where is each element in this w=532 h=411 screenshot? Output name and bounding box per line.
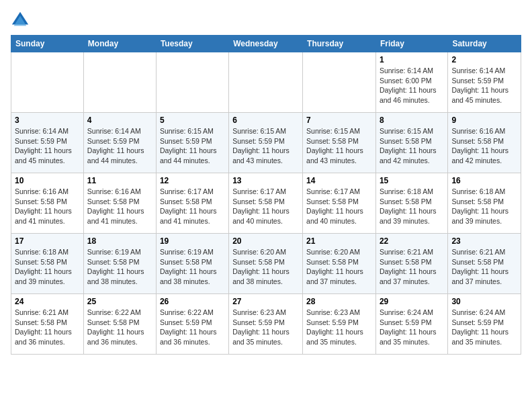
calendar-header-row: SundayMondayTuesdayWednesdayThursdayFrid… bbox=[11, 36, 521, 52]
day-number: 25 bbox=[87, 297, 152, 306]
page-header bbox=[11, 11, 521, 30]
day-number: 11 bbox=[87, 176, 152, 185]
day-info: Sunrise: 6:19 AMSunset: 5:58 PMDaylight:… bbox=[160, 247, 225, 287]
day-number: 23 bbox=[451, 236, 517, 246]
day-number: 30 bbox=[451, 297, 517, 306]
calendar-cell: 24Sunrise: 6:21 AMSunset: 5:58 PMDayligh… bbox=[11, 294, 84, 355]
day-number: 4 bbox=[87, 116, 152, 125]
day-number: 10 bbox=[15, 176, 80, 185]
day-info: Sunrise: 6:21 AMSunset: 5:58 PMDaylight:… bbox=[15, 308, 80, 347]
day-info: Sunrise: 6:15 AMSunset: 5:58 PMDaylight:… bbox=[380, 126, 444, 166]
day-number: 12 bbox=[160, 176, 225, 185]
day-number: 28 bbox=[306, 297, 372, 306]
day-number: 9 bbox=[451, 116, 517, 125]
day-number: 19 bbox=[160, 236, 225, 246]
calendar-cell: 5Sunrise: 6:15 AMSunset: 5:59 PMDaylight… bbox=[156, 113, 228, 173]
calendar-cell: 3Sunrise: 6:14 AMSunset: 5:59 PMDaylight… bbox=[11, 113, 84, 173]
day-number: 3 bbox=[15, 116, 80, 125]
calendar-cell bbox=[83, 52, 156, 113]
logo bbox=[11, 11, 32, 30]
day-number: 18 bbox=[87, 236, 152, 246]
calendar-cell: 21Sunrise: 6:20 AMSunset: 5:58 PMDayligh… bbox=[303, 234, 376, 294]
calendar-cell bbox=[303, 52, 376, 113]
calendar-cell: 26Sunrise: 6:22 AMSunset: 5:59 PMDayligh… bbox=[156, 294, 228, 355]
calendar-cell bbox=[156, 52, 228, 113]
day-info: Sunrise: 6:16 AMSunset: 5:58 PMDaylight:… bbox=[87, 187, 152, 226]
calendar-week-row: 3Sunrise: 6:14 AMSunset: 5:59 PMDaylight… bbox=[11, 113, 521, 173]
day-info: Sunrise: 6:21 AMSunset: 5:58 PMDaylight:… bbox=[380, 247, 444, 287]
calendar-cell: 16Sunrise: 6:18 AMSunset: 5:58 PMDayligh… bbox=[448, 173, 521, 234]
day-info: Sunrise: 6:23 AMSunset: 5:59 PMDaylight:… bbox=[232, 308, 299, 347]
day-info: Sunrise: 6:24 AMSunset: 5:59 PMDaylight:… bbox=[380, 308, 444, 347]
day-number: 5 bbox=[160, 116, 225, 125]
calendar-cell: 29Sunrise: 6:24 AMSunset: 5:59 PMDayligh… bbox=[375, 294, 447, 355]
day-info: Sunrise: 6:17 AMSunset: 5:58 PMDaylight:… bbox=[232, 187, 299, 226]
day-info: Sunrise: 6:19 AMSunset: 5:58 PMDaylight:… bbox=[87, 247, 152, 287]
day-number: 26 bbox=[160, 297, 225, 306]
day-number: 16 bbox=[451, 176, 517, 185]
calendar-cell: 27Sunrise: 6:23 AMSunset: 5:59 PMDayligh… bbox=[229, 294, 303, 355]
day-info: Sunrise: 6:15 AMSunset: 5:59 PMDaylight:… bbox=[232, 126, 299, 166]
calendar-table: SundayMondayTuesdayWednesdayThursdayFrid… bbox=[11, 35, 521, 355]
day-info: Sunrise: 6:21 AMSunset: 5:58 PMDaylight:… bbox=[451, 247, 517, 287]
calendar-cell: 2Sunrise: 6:14 AMSunset: 5:59 PMDaylight… bbox=[448, 52, 521, 113]
day-number: 24 bbox=[15, 297, 80, 306]
calendar-cell: 7Sunrise: 6:15 AMSunset: 5:58 PMDaylight… bbox=[303, 113, 376, 173]
calendar-cell: 13Sunrise: 6:17 AMSunset: 5:58 PMDayligh… bbox=[229, 173, 303, 234]
calendar-week-row: 24Sunrise: 6:21 AMSunset: 5:58 PMDayligh… bbox=[11, 294, 521, 355]
day-info: Sunrise: 6:16 AMSunset: 5:58 PMDaylight:… bbox=[15, 187, 80, 226]
day-number: 7 bbox=[306, 116, 372, 125]
weekday-header: Saturday bbox=[448, 36, 521, 52]
logo-icon bbox=[11, 11, 30, 30]
calendar-cell bbox=[11, 52, 84, 113]
day-number: 13 bbox=[232, 176, 299, 185]
day-number: 27 bbox=[232, 297, 299, 306]
calendar-cell: 18Sunrise: 6:19 AMSunset: 5:58 PMDayligh… bbox=[83, 234, 156, 294]
day-info: Sunrise: 6:23 AMSunset: 5:59 PMDaylight:… bbox=[306, 308, 372, 347]
calendar-week-row: 17Sunrise: 6:18 AMSunset: 5:58 PMDayligh… bbox=[11, 234, 521, 294]
calendar-cell: 23Sunrise: 6:21 AMSunset: 5:58 PMDayligh… bbox=[448, 234, 521, 294]
calendar-week-row: 1Sunrise: 6:14 AMSunset: 6:00 PMDaylight… bbox=[11, 52, 521, 113]
day-number: 8 bbox=[380, 116, 444, 125]
weekday-header: Tuesday bbox=[156, 36, 228, 52]
calendar-cell: 17Sunrise: 6:18 AMSunset: 5:58 PMDayligh… bbox=[11, 234, 84, 294]
day-number: 15 bbox=[380, 176, 444, 185]
day-info: Sunrise: 6:15 AMSunset: 5:58 PMDaylight:… bbox=[306, 126, 372, 166]
weekday-header: Thursday bbox=[303, 36, 376, 52]
calendar-cell: 4Sunrise: 6:14 AMSunset: 5:59 PMDaylight… bbox=[83, 113, 156, 173]
weekday-header: Wednesday bbox=[229, 36, 303, 52]
calendar-cell: 12Sunrise: 6:17 AMSunset: 5:58 PMDayligh… bbox=[156, 173, 228, 234]
calendar-cell: 15Sunrise: 6:18 AMSunset: 5:58 PMDayligh… bbox=[375, 173, 447, 234]
calendar-cell: 10Sunrise: 6:16 AMSunset: 5:58 PMDayligh… bbox=[11, 173, 84, 234]
day-info: Sunrise: 6:18 AMSunset: 5:58 PMDaylight:… bbox=[15, 247, 80, 287]
weekday-header: Sunday bbox=[11, 36, 84, 52]
day-number: 2 bbox=[451, 55, 517, 64]
calendar-cell: 11Sunrise: 6:16 AMSunset: 5:58 PMDayligh… bbox=[83, 173, 156, 234]
day-info: Sunrise: 6:16 AMSunset: 5:58 PMDaylight:… bbox=[451, 126, 517, 166]
calendar-cell: 28Sunrise: 6:23 AMSunset: 5:59 PMDayligh… bbox=[303, 294, 376, 355]
calendar-cell: 20Sunrise: 6:20 AMSunset: 5:58 PMDayligh… bbox=[229, 234, 303, 294]
day-info: Sunrise: 6:22 AMSunset: 5:59 PMDaylight:… bbox=[160, 308, 225, 347]
day-info: Sunrise: 6:14 AMSunset: 5:59 PMDaylight:… bbox=[87, 126, 152, 166]
day-info: Sunrise: 6:18 AMSunset: 5:58 PMDaylight:… bbox=[451, 187, 517, 226]
day-info: Sunrise: 6:20 AMSunset: 5:58 PMDaylight:… bbox=[306, 247, 372, 287]
day-number: 29 bbox=[380, 297, 444, 306]
calendar-cell: 25Sunrise: 6:22 AMSunset: 5:58 PMDayligh… bbox=[83, 294, 156, 355]
day-info: Sunrise: 6:14 AMSunset: 5:59 PMDaylight:… bbox=[15, 126, 80, 166]
day-info: Sunrise: 6:17 AMSunset: 5:58 PMDaylight:… bbox=[306, 187, 372, 226]
day-info: Sunrise: 6:24 AMSunset: 5:59 PMDaylight:… bbox=[451, 308, 517, 347]
calendar-cell: 6Sunrise: 6:15 AMSunset: 5:59 PMDaylight… bbox=[229, 113, 303, 173]
calendar-week-row: 10Sunrise: 6:16 AMSunset: 5:58 PMDayligh… bbox=[11, 173, 521, 234]
day-info: Sunrise: 6:20 AMSunset: 5:58 PMDaylight:… bbox=[232, 247, 299, 287]
day-number: 1 bbox=[380, 55, 444, 64]
weekday-header: Monday bbox=[83, 36, 156, 52]
day-number: 17 bbox=[15, 236, 80, 246]
calendar-cell: 19Sunrise: 6:19 AMSunset: 5:58 PMDayligh… bbox=[156, 234, 228, 294]
day-info: Sunrise: 6:14 AMSunset: 6:00 PMDaylight:… bbox=[380, 66, 444, 105]
calendar-cell: 1Sunrise: 6:14 AMSunset: 6:00 PMDaylight… bbox=[375, 52, 447, 113]
day-number: 21 bbox=[306, 236, 372, 246]
day-info: Sunrise: 6:17 AMSunset: 5:58 PMDaylight:… bbox=[160, 187, 225, 226]
day-number: 20 bbox=[232, 236, 299, 246]
day-number: 14 bbox=[306, 176, 372, 185]
day-number: 6 bbox=[232, 116, 299, 125]
